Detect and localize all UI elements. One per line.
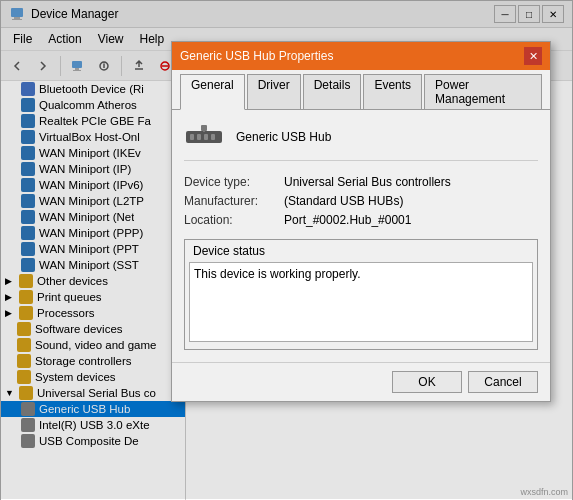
location-value: Port_#0002.Hub_#0001 — [284, 213, 538, 227]
status-textarea[interactable] — [189, 262, 533, 342]
properties-dialog: Generic USB Hub Properties ✕ General Dri… — [171, 41, 551, 402]
device-header-icon — [184, 122, 224, 152]
svg-rect-23 — [203, 130, 205, 132]
tab-details[interactable]: Details — [303, 74, 362, 109]
location-row: Location: Port_#0002.Hub_#0001 — [184, 213, 538, 227]
device-header: Generic USB Hub — [184, 122, 538, 161]
watermark: wxsdfn.com — [520, 487, 568, 497]
svg-rect-18 — [190, 134, 194, 140]
dialog-title-text: Generic USB Hub Properties — [180, 49, 524, 63]
tab-events[interactable]: Events — [363, 74, 422, 109]
tab-power-management[interactable]: Power Management — [424, 74, 542, 109]
dialog-footer: OK Cancel — [172, 362, 550, 401]
location-label: Location: — [184, 213, 284, 227]
tab-driver[interactable]: Driver — [247, 74, 301, 109]
dialog-close-button[interactable]: ✕ — [524, 47, 542, 65]
device-type-row: Device type: Universal Serial Bus contro… — [184, 175, 538, 189]
svg-rect-20 — [204, 134, 208, 140]
device-type-label: Device type: — [184, 175, 284, 189]
dialog-overlay: Generic USB Hub Properties ✕ General Dri… — [1, 1, 572, 499]
tab-general[interactable]: General — [180, 74, 245, 110]
dialog-tabs: General Driver Details Events Power Mana… — [172, 70, 550, 110]
ok-button[interactable]: OK — [392, 371, 462, 393]
property-grid: Device type: Universal Serial Bus contro… — [184, 175, 538, 227]
dialog-body: Generic USB Hub Device type: Universal S… — [172, 110, 550, 362]
status-group-label: Device status — [189, 244, 269, 258]
svg-rect-19 — [197, 134, 201, 140]
main-window: Device Manager ─ □ ✕ File Action View He… — [0, 0, 573, 500]
svg-rect-21 — [211, 134, 215, 140]
manufacturer-value: (Standard USB HUBs) — [284, 194, 538, 208]
usb-hub-icon — [184, 123, 224, 151]
dialog-title-bar: Generic USB Hub Properties ✕ — [172, 42, 550, 70]
manufacturer-label: Manufacturer: — [184, 194, 284, 208]
cancel-button[interactable]: Cancel — [468, 371, 538, 393]
status-group: Device status — [184, 239, 538, 350]
manufacturer-row: Manufacturer: (Standard USB HUBs) — [184, 194, 538, 208]
device-header-name: Generic USB Hub — [236, 130, 331, 144]
device-type-value: Universal Serial Bus controllers — [284, 175, 538, 189]
